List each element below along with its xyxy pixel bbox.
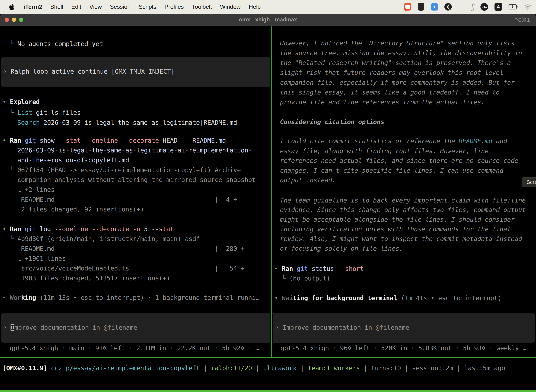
terminal-text-segment: king (21, 294, 36, 301)
terminal-text-segment: 1903 files changed, 513517 insertions(+) (2, 275, 170, 282)
menu-item-profiles[interactable]: Profiles (164, 4, 184, 10)
terminal-text-segment: | (401, 364, 412, 372)
waiting-status-line: • Waiting for background terminal (1m 41… (274, 294, 502, 302)
screen-edge-button[interactable]: Scre (522, 177, 536, 187)
terminal-text-segment: session:12m (412, 364, 453, 372)
reasoning-line: The team guideline is to back every impo… (280, 196, 526, 204)
terminal-text-segment: | (200, 364, 211, 372)
dots-grid-icon[interactable] (458, 3, 466, 11)
terminal-text-segment: gpt-5.4 xhigh · main · 91% left · 2.31M … (10, 344, 259, 352)
window-titlebar[interactable]: omx --xhigh --madmax ⌥⌘1 (0, 14, 536, 26)
reasoning-line: this single essay, it seems like a good … (280, 89, 500, 96)
terminal-text-segment: slight risk that future readers may over… (280, 69, 503, 76)
app-menus: iTerm2ShellEditViewSessionScriptsProfile… (24, 4, 261, 10)
terminal-text-segment: | (297, 364, 308, 372)
menu-item-window[interactable]: Window (220, 4, 241, 10)
menu-item-scripts[interactable]: Scripts (139, 4, 156, 10)
menu-item-shell[interactable]: Shell (50, 4, 63, 10)
terminal-text-segment: (11m 13s • esc to interrupt) · 1 backgro… (36, 294, 259, 301)
terminal-text-segment: status (308, 265, 334, 272)
terminal-text-segment: └ 4b9d30f (origin/main, instructkr/main,… (2, 235, 200, 242)
window-shortcut-badge: ⌥⌘1 (515, 17, 530, 23)
menu-item-iterm2[interactable]: iTerm2 (24, 4, 42, 10)
explored-search: Search 2026-03-09-is-legal-the-same-as-l… (2, 119, 237, 126)
menu-bar: iTerm2ShellEditViewSessionScriptsProfile… (0, 0, 536, 14)
terminal-text-segment: I (10, 324, 14, 331)
terminal-text-segment: | (252, 364, 263, 372)
terminal-text-segment: src/voice/voiceModeEnabled.ts | 54 + (2, 265, 244, 272)
reasoning-line: including verification notes with those … (280, 225, 511, 233)
terminal-text-segment: README.md | 280 + (2, 245, 244, 252)
pane-divider-horizontal[interactable] (0, 357, 536, 358)
cmd-wrap-line: and-the-erosion-of-copyleft.md (2, 156, 129, 164)
menu-item-view[interactable]: View (89, 4, 102, 10)
explored-list: └ List git ls-files (2, 109, 81, 117)
terminal-text-segment: README.md (189, 137, 226, 144)
terminal-text-segment: evidence. Since this change only affects… (280, 206, 526, 213)
wifi-icon[interactable] (524, 4, 531, 10)
terminal-text-segment: ultrawork (263, 364, 297, 372)
terminal-text-segment: -- (177, 137, 189, 144)
git-output-line: 2 files changed, 92 insertions(+) (2, 205, 144, 213)
terminal-text-segment: I could cite commit statistics or refere… (280, 137, 459, 145)
letter-a-icon[interactable]: A (494, 3, 502, 11)
reasoning-line: I could cite commit statistics or refere… (280, 137, 507, 145)
terminal-text-segment: gpt-5.4 xhigh · 96% left · 520K in · 5.8… (281, 344, 526, 352)
terminal-text-segment: 2026-03-09-is-legal-the-same-as-legitima… (2, 147, 252, 154)
terminal-text-segment: └ (no output) (274, 275, 330, 282)
reasoning-line: review. Also, I might want to inspect th… (280, 235, 522, 243)
terminal-text-segment: Search (2, 119, 40, 126)
terminal-text-segment: provide file and line references from th… (280, 98, 485, 106)
terminal-text-segment: 2 files changed, 92 insertions(+) (2, 206, 144, 213)
menu-item-session[interactable]: Session (110, 4, 130, 10)
terminal-text-segment: team:1 workers (308, 364, 360, 372)
terminal-text-segment: However, I noticed the "Directory Struct… (280, 40, 515, 47)
terminal-text-segment: of focusing solely on file lines. (280, 245, 403, 252)
terminal-text-segment: • (2, 98, 10, 105)
prompt-input-line: › Improve documentation in @filename (3, 324, 137, 331)
reasoning-line: slight risk that future readers may over… (280, 69, 503, 77)
terminal-text-segment: HEAD (159, 137, 177, 144)
shield-grid-icon[interactable] (418, 3, 424, 11)
terminal-text-segment: | (360, 364, 371, 372)
reasoning-line: However, I noticed the "Directory Struct… (280, 39, 515, 47)
terminal-text-segment: the "Related research writing" section i… (280, 59, 511, 66)
terminal-text-segment: 2026-03-09-is-legal-the-same-as-legitima… (40, 119, 237, 126)
terminal-text-segment: └ (2, 109, 17, 116)
menu-item-toolbelt[interactable]: Toolbelt (192, 4, 212, 10)
menu-item-help[interactable]: Help (249, 4, 261, 10)
apple-menu-icon[interactable] (9, 2, 16, 11)
tmux-status-bar: [omx-cczip0:bash* "MacBook-Pro-44.local"… (0, 390, 536, 392)
terminal-text-segment: Wor (10, 294, 21, 301)
blue-lightning-icon[interactable] (431, 3, 438, 10)
dark-crescent-icon[interactable] (444, 3, 452, 10)
hook-icon[interactable]: ʃ (472, 3, 474, 10)
reasoning-line: essay file, along with finding root file… (280, 147, 488, 155)
battery-icon[interactable] (509, 4, 518, 9)
screenshot-chat-icon[interactable] (404, 3, 411, 10)
terminal-text-segment: [OMX#0.11.9] (2, 364, 47, 372)
terminal-text-segment: log (36, 225, 51, 233)
menu-item-edit[interactable]: Edit (71, 4, 81, 10)
terminal[interactable]: └ No agents completed yet› Ralph loop ac… (0, 26, 536, 392)
reasoning-line: references need actual files, and since … (280, 157, 518, 165)
terminal-text-segment: and-the-erosion-of-copyleft.md (2, 156, 129, 164)
terminal-text-segment: the source tree, missing the essay. Stil… (280, 49, 522, 56)
reasoning-line: might be acceptable alongside the file l… (280, 216, 515, 223)
window-title: omx --xhigh --madmax (0, 17, 536, 23)
ran-git-log: • Ran git log --oneline --decorate -n 5 … (2, 225, 174, 233)
reasoning-line: companion file, especially if more comme… (280, 79, 515, 86)
badge-61-icon[interactable]: ..61 (480, 3, 488, 11)
git-output-line: … +1901 lines (2, 255, 66, 262)
git-output-line: └ 067f154 (HEAD -> essay/ai-reimplementa… (2, 166, 241, 174)
terminal-text-segment: changes, I can't cite specific file line… (280, 167, 503, 174)
terminal-text-segment: companion file, especially if more comme… (280, 79, 515, 86)
terminal-text-segment: … +2 lines (2, 186, 54, 193)
reasoning-line: the "Related research writing" section i… (280, 59, 511, 67)
git-output-line: … +2 lines (2, 186, 54, 194)
pane-divider-vertical[interactable] (271, 26, 272, 357)
omx-status-line: [OMX#0.11.9] cczip/essay/ai-reimplementa… (2, 364, 505, 372)
terminal-text-segment: README.md | 4 + (2, 196, 237, 203)
terminal-text-segment: Wai (282, 294, 293, 302)
git-output-line: └ (no output) (274, 275, 330, 282)
